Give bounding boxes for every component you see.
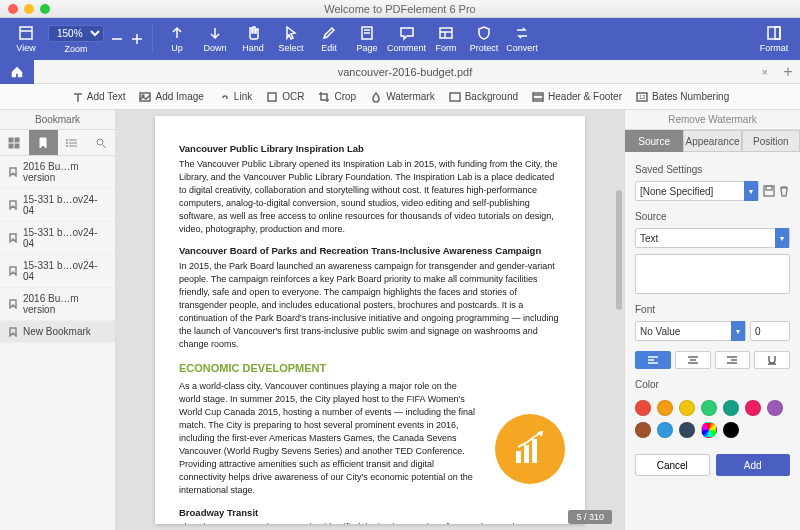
- zoom-out-button[interactable]: [108, 20, 126, 58]
- tab-appearance[interactable]: Appearance: [683, 130, 741, 152]
- header-footer-icon: [532, 91, 544, 103]
- down-button[interactable]: Down: [197, 20, 233, 58]
- minus-icon: [109, 31, 125, 47]
- svg-rect-16: [450, 93, 460, 101]
- zoom-control[interactable]: 150% Zoom: [46, 20, 106, 58]
- zoom-in-button[interactable]: [128, 20, 146, 58]
- saved-settings-label: Saved Settings: [635, 164, 790, 175]
- convert-icon: [514, 25, 530, 41]
- ocr-icon: [266, 91, 278, 103]
- svg-rect-8: [440, 28, 452, 38]
- up-button[interactable]: Up: [159, 20, 195, 58]
- close-tab-button[interactable]: ×: [762, 66, 768, 78]
- home-icon: [10, 65, 24, 79]
- hand-icon: [245, 25, 261, 41]
- bookmark-item[interactable]: 2016 Bu…m version: [0, 288, 115, 321]
- bookmark-item[interactable]: 15-331 b…ov24-04: [0, 222, 115, 255]
- color-swatch[interactable]: [635, 400, 651, 416]
- bookmark-item[interactable]: 15-331 b…ov24-04: [0, 189, 115, 222]
- add-button[interactable]: Add: [716, 454, 791, 476]
- select-button[interactable]: Select: [273, 20, 309, 58]
- align-left-button[interactable]: [635, 351, 671, 369]
- crop-button[interactable]: Crop: [318, 91, 356, 103]
- convert-button[interactable]: Convert: [504, 20, 540, 58]
- left-panel-tabs: [0, 130, 115, 156]
- color-swatch[interactable]: [723, 422, 739, 438]
- tab-position[interactable]: Position: [742, 130, 800, 152]
- add-image-button[interactable]: Add Image: [139, 91, 203, 103]
- hand-button[interactable]: Hand: [235, 20, 271, 58]
- cursor-icon: [283, 25, 299, 41]
- paragraph: As a world-class city, Vancouver continu…: [179, 380, 479, 497]
- page-button[interactable]: Page: [349, 20, 385, 58]
- color-swatch[interactable]: [767, 400, 783, 416]
- home-tab[interactable]: [0, 60, 34, 84]
- color-swatch[interactable]: [701, 400, 717, 416]
- form-button[interactable]: Form: [428, 20, 464, 58]
- bookmark-item[interactable]: New Bookmark: [0, 321, 115, 343]
- bookmark-icon: [8, 200, 18, 210]
- search-tab[interactable]: [86, 130, 115, 155]
- tab-source[interactable]: Source: [625, 130, 683, 152]
- color-picker-swatch[interactable]: [701, 422, 717, 438]
- shield-icon: [476, 25, 492, 41]
- font-size-input[interactable]: 0: [750, 321, 790, 341]
- plus-icon: [129, 31, 145, 47]
- list-icon: [66, 137, 78, 149]
- bookmark-item[interactable]: 15-331 b…ov24-04: [0, 255, 115, 288]
- align-center-button[interactable]: [675, 351, 711, 369]
- link-button[interactable]: Link: [218, 91, 252, 103]
- saved-settings-select[interactable]: [None Specified]▾: [635, 181, 759, 201]
- align-right-button[interactable]: [715, 351, 751, 369]
- economic-chart-icon: [495, 414, 565, 484]
- background-icon: [449, 91, 461, 103]
- panel-title: Remove Watermark: [625, 110, 800, 130]
- svg-rect-12: [775, 27, 780, 39]
- heading: Vancouver Public Library Inspiration Lab: [179, 142, 561, 156]
- color-swatch[interactable]: [679, 400, 695, 416]
- document-viewport[interactable]: Vancouver Public Library Inspiration Lab…: [116, 110, 624, 530]
- watermark-text-input[interactable]: [635, 254, 790, 294]
- save-settings-icon[interactable]: [763, 185, 775, 197]
- vertical-scrollbar[interactable]: [616, 190, 622, 310]
- add-text-button[interactable]: Add Text: [71, 91, 126, 103]
- document-tab[interactable]: vancouver-2016-budget.pdf ×: [34, 66, 776, 78]
- image-icon: [139, 91, 151, 103]
- watermark-button[interactable]: Watermark: [370, 91, 435, 103]
- color-swatch[interactable]: [657, 422, 673, 438]
- underline-button[interactable]: [754, 351, 790, 369]
- font-select[interactable]: No Value▾: [635, 321, 746, 341]
- ocr-button[interactable]: OCR: [266, 91, 304, 103]
- app-title: Welcome to PDFelement 6 Pro: [0, 3, 800, 15]
- background-button[interactable]: Background: [449, 91, 518, 103]
- bookmark-item[interactable]: 2016 Bu…m version: [0, 156, 115, 189]
- svg-rect-34: [516, 451, 521, 463]
- comment-button[interactable]: Comment: [387, 20, 426, 58]
- header-footer-button[interactable]: Header & Footer: [532, 91, 622, 103]
- bookmarks-tab[interactable]: [29, 130, 58, 155]
- cancel-button[interactable]: Cancel: [635, 454, 710, 476]
- protect-button[interactable]: Protect: [466, 20, 502, 58]
- view-button[interactable]: View: [8, 20, 44, 58]
- svg-point-30: [66, 142, 67, 143]
- page-indicator[interactable]: 5 / 310: [568, 510, 612, 524]
- bates-numbering-button[interactable]: 12Bates Numbering: [636, 91, 729, 103]
- color-swatch[interactable]: [635, 422, 651, 438]
- zoom-select[interactable]: 150%: [48, 25, 104, 42]
- svg-rect-24: [9, 144, 13, 148]
- pdf-page: Vancouver Public Library Inspiration Lab…: [155, 116, 585, 524]
- thumbnails-tab[interactable]: [0, 130, 29, 155]
- color-swatch[interactable]: [745, 400, 761, 416]
- color-swatch[interactable]: [657, 400, 673, 416]
- new-tab-button[interactable]: +: [776, 63, 800, 81]
- bookmark-icon: [8, 167, 18, 177]
- outline-tab[interactable]: [58, 130, 87, 155]
- delete-settings-icon[interactable]: [778, 185, 790, 197]
- color-swatch[interactable]: [679, 422, 695, 438]
- edit-button[interactable]: Edit: [311, 20, 347, 58]
- format-button[interactable]: Format: [756, 20, 792, 58]
- svg-line-33: [103, 145, 106, 148]
- source-type-select[interactable]: Text▾: [635, 228, 790, 248]
- color-swatch[interactable]: [723, 400, 739, 416]
- svg-point-32: [97, 139, 103, 145]
